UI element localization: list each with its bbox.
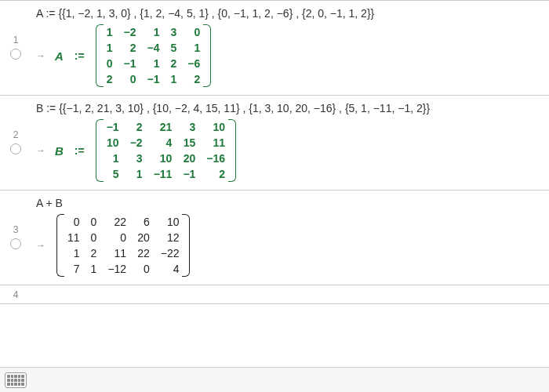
- matrix-cell: −16: [206, 152, 225, 165]
- matrix-cell: 3: [170, 26, 176, 38]
- paren-left-icon: [55, 212, 64, 278]
- matrix-cell: 0: [107, 57, 113, 70]
- matrix-cell: −12: [107, 263, 126, 275]
- matrix-cell: −22: [161, 247, 180, 260]
- matrix: −122131010−241511131020−1651−11−12: [94, 118, 238, 183]
- matrix-cell: 2: [206, 168, 225, 180]
- matrix: 002261011002012121122−2271−1204: [55, 212, 191, 278]
- matrix-cell: −1: [123, 57, 136, 70]
- row-index: 1: [13, 34, 19, 45]
- output-arrow-icon: →: [36, 240, 45, 251]
- matrix-cell: 10: [154, 152, 173, 165]
- matrix-cell: 22: [137, 247, 150, 260]
- matrix-cell: 2: [187, 73, 200, 85]
- row-index: 2: [13, 129, 19, 140]
- output-arrow-icon: →: [36, 145, 45, 156]
- matrix-cell: 2: [123, 42, 136, 54]
- matrix-cell: 7: [67, 263, 80, 275]
- matrix-cell: 12: [161, 231, 180, 244]
- matrix-cell: 2: [107, 73, 113, 85]
- matrix-cell: 0: [67, 216, 80, 228]
- matrix-cell: 0: [91, 231, 97, 244]
- algebra-row[interactable]: 4: [0, 285, 549, 303]
- matrix-cell: 6: [137, 216, 150, 228]
- paren-left-icon: [94, 118, 104, 183]
- matrix-cell: 1: [130, 168, 143, 180]
- matrix-cell: 15: [183, 136, 195, 149]
- row-gutter: 4: [0, 285, 31, 303]
- algebra-row[interactable]: 3A + B→002261011002012121122−2271−1204: [0, 190, 549, 285]
- matrix-cell: 0: [187, 26, 200, 38]
- matrix-cell: 1: [170, 73, 176, 85]
- matrix-cell: 3: [130, 152, 143, 165]
- visibility-toggle[interactable]: [10, 49, 21, 60]
- matrix-cell: 1: [187, 42, 200, 54]
- matrix-cell: 10: [206, 121, 225, 133]
- matrix-cell: 4: [161, 263, 180, 275]
- row-index: 3: [13, 224, 19, 235]
- footer-bar: [0, 367, 549, 392]
- matrix-cell: 20: [183, 152, 195, 165]
- matrix-cell: 2: [91, 247, 97, 260]
- matrix-cell: 10: [161, 216, 180, 228]
- matrix-cell: 5: [170, 42, 176, 54]
- matrix-cell: 1: [147, 57, 159, 70]
- matrix-cell: 4: [154, 136, 173, 149]
- matrix-cell: 10: [107, 136, 119, 149]
- matrix-cell: 11: [67, 231, 80, 244]
- matrix-cell: 0: [123, 73, 136, 85]
- matrix-grid: −122131010−241511131020−1651−11−12: [104, 118, 228, 183]
- matrix-cell: 5: [107, 168, 119, 180]
- output-expression: →A:=1−213012−4510−112−620−112: [36, 23, 544, 89]
- matrix-cell: −2: [130, 136, 143, 149]
- matrix-cell: 11: [206, 136, 225, 149]
- matrix: 1−213012−4510−112−620−112: [94, 23, 213, 89]
- input-expression[interactable]: A + B: [36, 197, 544, 209]
- paren-right-icon: [182, 212, 191, 278]
- matrix-cell: −11: [154, 168, 173, 180]
- row-cell: A := {{1, −2, 1, 3, 0} , {1, 2, −4, 5, 1…: [31, 4, 549, 90]
- output-lhs: B: [55, 144, 64, 158]
- algebra-row[interactable]: 2B := {{−1, 2, 21, 3, 10} , {10, −2, 4, …: [0, 95, 549, 190]
- output-arrow-icon: →: [36, 50, 45, 61]
- paren-right-icon: [228, 118, 238, 183]
- input-expression[interactable]: B := {{−1, 2, 21, 3, 10} , {10, −2, 4, 1…: [36, 102, 544, 114]
- matrix-cell: −1: [183, 168, 195, 180]
- row-gutter: 2: [0, 99, 31, 185]
- row-cell: A + B→002261011002012121122−2271−1204: [31, 194, 549, 280]
- algebra-row[interactable]: 1A := {{1, −2, 1, 3, 0} , {1, 2, −4, 5, …: [0, 0, 549, 95]
- paren-right-icon: [203, 23, 213, 89]
- assign-symbol: :=: [75, 144, 85, 157]
- row-index: 4: [13, 289, 19, 300]
- matrix-cell: 2: [130, 121, 143, 133]
- matrix-cell: −1: [147, 73, 159, 85]
- matrix-cell: 22: [107, 216, 126, 228]
- matrix-cell: −1: [107, 121, 119, 133]
- matrix-cell: 1: [91, 263, 97, 275]
- output-expression: →B:=−122131010−241511131020−1651−11−12: [36, 118, 544, 183]
- matrix-cell: 21: [154, 121, 173, 133]
- algebra-rows: 1A := {{1, −2, 1, 3, 0} , {1, 2, −4, 5, …: [0, 0, 549, 304]
- matrix-cell: 0: [137, 263, 150, 275]
- matrix-cell: 1: [107, 152, 119, 165]
- keyboard-icon[interactable]: [5, 372, 27, 388]
- input-expression[interactable]: A := {{1, −2, 1, 3, 0} , {1, 2, −4, 5, 1…: [36, 7, 544, 20]
- matrix-cell: 0: [91, 216, 97, 228]
- row-gutter: 3: [0, 194, 31, 280]
- row-cell: B := {{−1, 2, 21, 3, 10} , {10, −2, 4, 1…: [31, 99, 549, 185]
- matrix-cell: 1: [107, 42, 113, 54]
- visibility-toggle[interactable]: [10, 143, 21, 154]
- matrix-cell: 1: [107, 26, 113, 38]
- matrix-cell: 1: [147, 26, 159, 38]
- visibility-toggle[interactable]: [10, 238, 21, 249]
- matrix-cell: 20: [137, 231, 150, 244]
- matrix-grid: 002261011002012121122−2271−1204: [64, 212, 182, 278]
- assign-symbol: :=: [75, 49, 85, 62]
- row-gutter: 1: [0, 4, 31, 90]
- matrix-cell: 0: [107, 231, 126, 244]
- row-cell: [31, 285, 549, 303]
- matrix-cell: 2: [170, 57, 176, 70]
- paren-left-icon: [94, 23, 104, 89]
- matrix-cell: −6: [187, 57, 200, 70]
- output-lhs: A: [55, 49, 64, 63]
